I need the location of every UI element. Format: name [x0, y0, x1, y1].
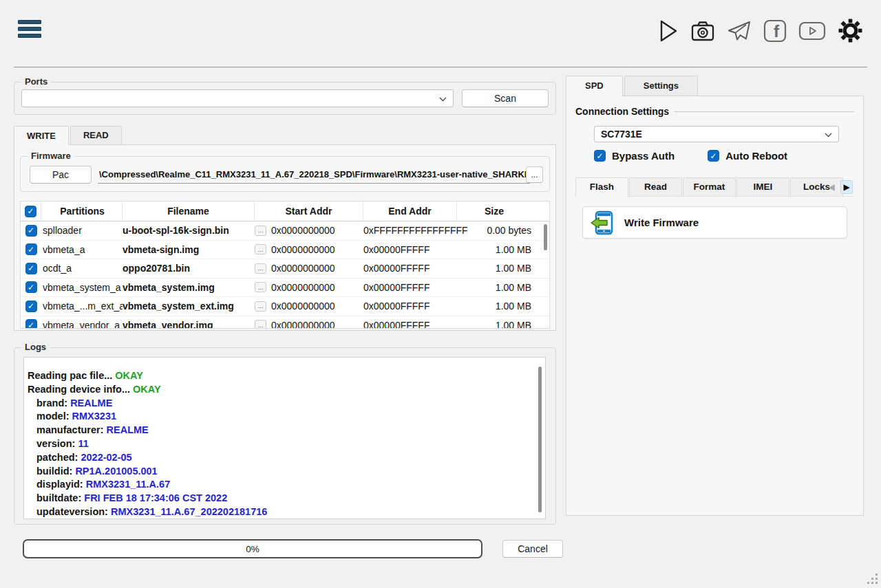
action-tab-imei[interactable]: IMEI	[736, 177, 789, 196]
tab-scroll-arrows: ◀ ▶	[825, 180, 853, 194]
row-browse-button[interactable]: ...	[255, 282, 266, 292]
browse-button[interactable]: ...	[526, 166, 543, 183]
telegram-button[interactable]	[727, 20, 752, 42]
header-start-addr: Start Addr	[255, 202, 363, 221]
main-area: Ports Scan WRITE READ Firmware Pac ... ✓…	[14, 76, 556, 558]
cell-start-addr: 0x0000000000	[271, 244, 335, 255]
logs-scrollbar-thumb[interactable]	[538, 367, 542, 512]
row-checkbox[interactable]: ✓	[25, 263, 37, 274]
row-browse-button[interactable]: ...	[255, 226, 266, 236]
cell-start-addr: 0x0000000000	[271, 263, 335, 274]
ports-select[interactable]	[21, 89, 454, 107]
row-browse-button[interactable]: ...	[255, 301, 266, 312]
row-checkbox[interactable]: ✓	[25, 243, 37, 255]
log-line: builtdate: FRI FEB 18 17:34:06 CST 2022	[28, 492, 531, 505]
select-all-checkbox[interactable]: ✓	[25, 206, 36, 217]
screenshot-button[interactable]	[690, 20, 715, 42]
row-checkbox[interactable]: ✓	[25, 225, 37, 237]
phone-flash-icon	[590, 210, 615, 236]
cell-partition: vbmeta_system_a	[41, 282, 123, 293]
log-line: manufacturer: REALME	[28, 424, 531, 437]
action-tab-read[interactable]: Read	[629, 177, 682, 196]
table-scrollbar-thumb[interactable]	[544, 224, 547, 250]
connection-settings-header: Connection Settings	[575, 106, 854, 117]
header-divider	[14, 67, 867, 67]
connection-checkboxes: ✓ Bypass Auth ✓ Auto Reboot	[594, 150, 854, 162]
footer-row: 0% Cancel	[14, 539, 556, 558]
tab-scroll-right-button[interactable]: ▶	[840, 180, 853, 194]
table-row: ✓vbmeta_avbmeta-sign.img...0x00000000000…	[21, 241, 549, 260]
logs-group: Logs Reading pac file... OKAYReading dev…	[14, 347, 556, 525]
app-header: f	[0, 0, 881, 67]
scan-button[interactable]: Scan	[462, 89, 549, 107]
side-panel: SPD Settings Connection Settings SC7731E…	[566, 76, 864, 516]
pac-button[interactable]: Pac	[30, 166, 92, 184]
chevron-down-icon	[825, 128, 832, 140]
cell-size: 1.00 MB	[457, 282, 531, 293]
cell-end-addr: 0x00000FFFFF	[363, 282, 457, 293]
firmware-group: Firmware Pac ...	[20, 156, 550, 192]
table-row: ✓vbmeta_vendor_avbmeta_vendor.img...0x00…	[21, 316, 549, 329]
ports-group: Ports Scan	[14, 82, 556, 115]
menu-button[interactable]	[18, 20, 41, 43]
cell-start-addr: 0x0000000000	[271, 282, 335, 293]
play-button[interactable]	[658, 19, 679, 43]
log-line: Reading device info... OKAY	[28, 383, 531, 397]
write-tab-panel: Firmware Pac ... ✓ Partitions Filename S…	[14, 144, 556, 331]
cell-size: 0.00 bytes	[457, 225, 531, 236]
tab-settings[interactable]: Settings	[624, 76, 698, 96]
cell-filename: u-boot-spl-16k-sign.bin	[123, 225, 255, 236]
bypass-auth-checkbox[interactable]: ✓ Bypass Auth	[594, 150, 675, 162]
cell-end-addr: 0x00000FFFFF	[363, 320, 457, 329]
tab-write[interactable]: WRITE	[14, 126, 69, 145]
row-checkbox[interactable]: ✓	[25, 281, 37, 293]
progress-bar: 0%	[23, 539, 482, 558]
facebook-button[interactable]: f	[763, 19, 787, 43]
firmware-path-input[interactable]	[98, 166, 530, 184]
resize-grip[interactable]	[866, 574, 878, 585]
cell-end-addr: 0x00000FFFFF	[363, 263, 457, 274]
cell-filename: vbmeta-sign.img	[123, 244, 255, 255]
header-partitions: Partitions	[41, 202, 123, 221]
spd-tab-panel: Connection Settings SC7731E ✓ Bypass Aut…	[566, 96, 864, 516]
row-checkbox[interactable]: ✓	[25, 319, 37, 329]
auto-reboot-label: Auto Reboot	[725, 150, 787, 162]
write-firmware-button[interactable]: Write Firmware	[582, 206, 847, 239]
action-tab-format[interactable]: Format	[683, 177, 736, 196]
row-browse-button[interactable]: ...	[255, 263, 266, 274]
tab-spd[interactable]: SPD	[566, 76, 623, 96]
youtube-button[interactable]	[798, 21, 826, 41]
row-checkbox[interactable]: ✓	[25, 301, 37, 312]
settings-button[interactable]	[838, 18, 863, 43]
cell-size: 1.00 MB	[457, 263, 531, 274]
spd-settings-tabs: SPD Settings	[566, 76, 864, 96]
cell-size: 1.00 MB	[457, 244, 531, 255]
row-browse-button[interactable]: ...	[255, 244, 266, 254]
cell-partition: vbmeta_...m_ext_a	[41, 301, 123, 312]
youtube-icon	[798, 21, 826, 41]
tab-read[interactable]: READ	[70, 126, 122, 144]
bypass-auth-label: Bypass Auth	[612, 150, 675, 162]
firmware-label: Firmware	[28, 151, 74, 161]
auto-reboot-checkbox[interactable]: ✓ Auto Reboot	[708, 150, 787, 162]
log-line: version: 11	[28, 437, 531, 451]
cell-size: 1.00 MB	[457, 301, 531, 312]
log-line: displayid: RMX3231_11.A.67	[28, 478, 531, 492]
cell-partition: vbmeta_vendor_a	[41, 320, 123, 329]
log-output: Reading pac file... OKAYReading device i…	[23, 357, 546, 519]
log-lines: Reading pac file... OKAYReading device i…	[28, 369, 531, 519]
cell-filename: vbmeta_system_ext.img	[123, 301, 255, 312]
action-tab-flash[interactable]: Flash	[575, 177, 628, 197]
cancel-button[interactable]: Cancel	[502, 540, 563, 558]
header-filename: Filename	[123, 202, 255, 221]
play-icon	[658, 19, 679, 43]
cell-end-addr: 0xFFFFFFFFFFFFFFFF	[363, 225, 457, 236]
log-line: patched: 2022-02-05	[28, 451, 531, 465]
cell-partition: ocdt_a	[41, 263, 123, 274]
chipset-select[interactable]: SC7731E	[594, 126, 839, 142]
partitions-body: ✓splloaderu-boot-spl-16k-sign.bin...0x00…	[21, 221, 549, 329]
tab-scroll-left-button[interactable]: ◀	[825, 180, 838, 194]
log-line: buildid: RP1A.201005.001	[28, 465, 531, 479]
row-browse-button[interactable]: ...	[255, 320, 266, 329]
cell-start-addr: 0x0000000000	[271, 225, 335, 236]
